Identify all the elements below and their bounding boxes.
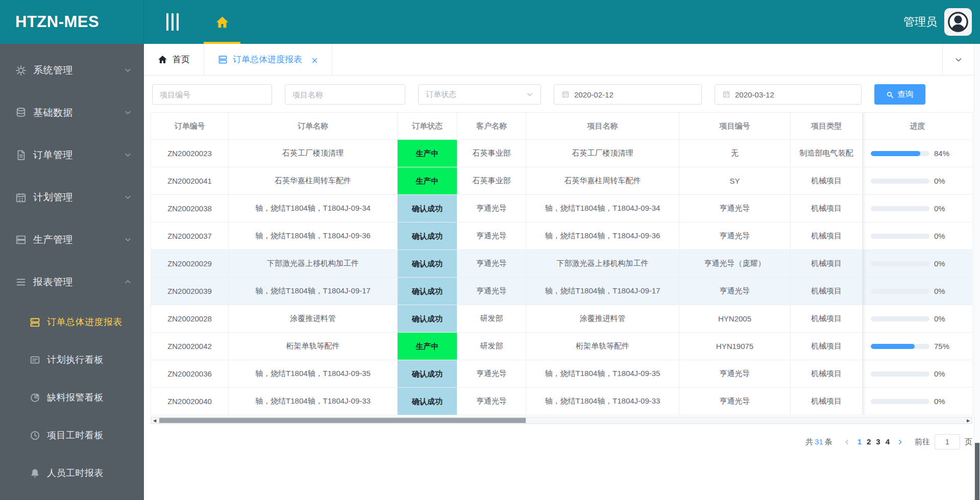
sidebar-subitem-plan-execution-board[interactable]: 计划执行看板	[0, 341, 144, 379]
prev-page-icon[interactable]	[840, 434, 855, 450]
shortage-pie-icon	[30, 392, 40, 403]
progress-bar-track	[871, 344, 929, 349]
tab-bar: 首页 订单总体进度报表	[144, 44, 980, 76]
sidebar-subitem-material-shortage-alarm-board[interactable]: 缺料报警看板	[0, 379, 144, 416]
progress-cell: 0%	[863, 195, 973, 222]
project-type-cell: 制造部电气装配	[791, 140, 863, 167]
close-icon[interactable]	[311, 56, 318, 63]
order-status-cell: 确认成功	[398, 195, 457, 222]
project-code-cell: 亨通光导（庞耀）	[679, 250, 791, 278]
order-name-cell: 桁架单轨等配件	[229, 333, 398, 360]
project-code-input[interactable]	[152, 84, 272, 105]
goto-page-input[interactable]	[935, 434, 960, 449]
table-row[interactable]: ZN20020042桁架单轨等配件生产中研发部桁架单轨等配件HYN19075机械…	[151, 333, 973, 360]
user-name: 管理员	[903, 14, 937, 30]
search-icon	[886, 91, 894, 98]
sidebar-subitem-personnel-hours-report[interactable]: 人员工时报表	[0, 454, 144, 492]
order-number-cell: ZN20020038	[151, 195, 229, 222]
hours-clock-icon	[30, 430, 40, 441]
vertical-scrollbar-thumb[interactable]	[975, 443, 979, 500]
customer-name-cell: 亨通光导	[457, 278, 526, 305]
sidebar: 系统管理基础数据订单管理计划管理生产管理报表管理订单总体进度报表计划执行看板缺料…	[0, 44, 144, 500]
horizontal-scrollbar-thumb[interactable]	[159, 418, 526, 423]
sidebar-subitem-project-hours-board[interactable]: 项目工时看板	[0, 416, 144, 454]
table-row[interactable]: ZN20020023石英工厂楼顶清理生产中石英事业部石英工厂楼顶清理无制造部电气…	[151, 140, 973, 167]
database-icon	[15, 107, 27, 118]
progress-percent-label: 0%	[934, 397, 945, 406]
main-content: 首页 订单总体进度报表 订单状态 2020-02-1	[144, 44, 980, 500]
horizontal-scrollbar[interactable]: ◀ ▶	[151, 417, 972, 424]
table-row[interactable]: ZN20020029下部激光器上移机构加工件确认成功亨通光导下部激光器上移机构加…	[151, 250, 973, 278]
project-type-cell: 机械项目	[791, 333, 863, 360]
project-type-cell: 机械项目	[791, 305, 863, 333]
page-number-4[interactable]: 4	[886, 437, 890, 446]
tab-order-progress-report[interactable]: 订单总体进度报表	[204, 44, 332, 75]
progress-percent-label: 0%	[934, 314, 945, 323]
table-row[interactable]: ZN20020039轴，烧结T1804轴，T1804J-09-17确认成功亨通光…	[151, 278, 973, 305]
table-row[interactable]: ZN20020040轴，烧结T1804轴，T1804J-09-33确认成功亨通光…	[151, 388, 973, 415]
project-type-cell: 机械项目	[791, 222, 863, 250]
avatar[interactable]	[944, 8, 972, 36]
page-number-1[interactable]: 1	[857, 437, 862, 446]
order-name-cell: 轴，烧结T1804轴，T1804J-09-33	[229, 388, 398, 415]
end-date-picker[interactable]: 2020-03-12	[715, 84, 862, 105]
project-name-cell: 轴，烧结T1804轴，T1804J-09-34	[526, 195, 679, 222]
sidebar-subitem-label: 缺料报警看板	[47, 391, 104, 404]
sidebar-item-plan-management[interactable]: 计划管理	[0, 176, 144, 218]
order-status-select[interactable]: 订单状态	[418, 84, 541, 105]
app-header: HTZN-MES 管理员	[0, 0, 980, 44]
sidebar-item-label: 订单管理	[33, 148, 73, 162]
scroll-left-icon[interactable]: ◀	[151, 417, 158, 423]
order-status-cell: 确认成功	[398, 360, 457, 388]
sidebar-item-production-management[interactable]: 生产管理	[0, 218, 144, 261]
order-name-cell: 下部激光器上移机构加工件	[229, 250, 398, 278]
progress-bar-track	[871, 399, 929, 404]
project-name-cell: 涂覆推进料管	[526, 305, 679, 333]
sidebar-item-report-management[interactable]: 报表管理	[0, 261, 144, 303]
column-header: 订单状态	[398, 113, 457, 140]
order-name-cell: 轴，烧结T1804轴，T1804J-09-35	[229, 360, 398, 388]
search-button[interactable]: 查询	[874, 84, 925, 105]
order-document-icon	[15, 149, 27, 161]
search-button-label: 查询	[897, 89, 914, 100]
table-row[interactable]: ZN20020037轴，烧结T1804轴，T1804J-09-36确认成功亨通光…	[151, 222, 973, 250]
page-number-3[interactable]: 3	[876, 437, 880, 446]
sidebar-item-system-management[interactable]: 系统管理	[0, 49, 144, 91]
sidebar-item-order-management[interactable]: 订单管理	[0, 134, 144, 176]
sidebar-item-basic-data[interactable]: 基础数据	[0, 91, 144, 134]
order-progress-report-icon	[30, 317, 40, 328]
project-name-cell: 轴，烧结T1804轴，T1804J-09-17	[526, 278, 679, 305]
order-number-cell: ZN20020042	[151, 333, 229, 360]
sidebar-subitem-order-overall-progress-report[interactable]: 订单总体进度报表	[0, 303, 144, 341]
progress-percent-label: 0%	[934, 204, 945, 213]
home-icon[interactable]	[203, 0, 241, 44]
progress-bar-track	[871, 151, 929, 156]
sidebar-subitem-label: 人员工时报表	[47, 467, 104, 479]
order-number-cell: ZN20020041	[151, 167, 229, 195]
project-name-input[interactable]	[285, 84, 405, 105]
start-date-picker[interactable]: 2020-02-12	[554, 84, 702, 105]
tab-home[interactable]: 首页	[144, 44, 204, 75]
table-row[interactable]: ZN20020036轴，烧结T1804轴，T1804J-09-35确认成功亨通光…	[151, 360, 973, 388]
project-code-cell: SY	[679, 167, 791, 195]
tab-list-dropdown[interactable]	[942, 44, 974, 75]
tab-home-label: 首页	[173, 54, 190, 65]
table-row[interactable]: ZN20020038轴，烧结T1804轴，T1804J-09-34确认成功亨通光…	[151, 195, 973, 222]
calendar-icon	[722, 90, 730, 98]
order-name-cell: 轴，烧结T1804轴，T1804J-09-34	[229, 195, 398, 222]
project-name-cell: 石英工厂楼顶清理	[526, 140, 679, 167]
vertical-scrollbar[interactable]	[974, 44, 980, 500]
order-number-cell: ZN20020028	[151, 305, 229, 333]
project-type-cell: 机械项目	[791, 195, 863, 222]
user-menu[interactable]: 管理员	[903, 8, 980, 36]
tab-report-label: 订单总体进度报表	[233, 54, 302, 65]
project-name-cell: 轴，烧结T1804轴，T1804J-09-36	[526, 222, 679, 250]
progress-bar-track	[871, 371, 929, 377]
table-row[interactable]: ZN20020028涂覆推进料管确认成功研发部涂覆推进料管HYN2005机械项目…	[151, 305, 973, 333]
scroll-right-icon[interactable]: ▶	[965, 417, 972, 423]
sidebar-collapse-icon[interactable]	[163, 10, 182, 34]
next-page-icon[interactable]	[892, 434, 908, 450]
status-badge: 确认成功	[398, 195, 457, 222]
page-number-2[interactable]: 2	[867, 437, 871, 446]
table-row[interactable]: ZN20020041石英华嘉柱周转车配件生产中石英事业部石英华嘉柱周转车配件SY…	[151, 167, 973, 195]
